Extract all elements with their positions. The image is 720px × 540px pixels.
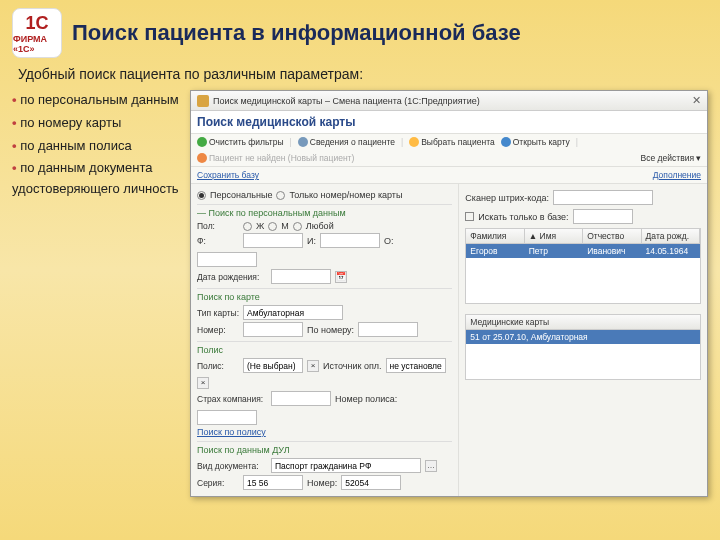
search-by-policy-link[interactable]: Поиск по полису <box>197 427 266 437</box>
by-number-input[interactable] <box>358 322 418 337</box>
dob-label: Дата рождения: <box>197 272 267 282</box>
calendar-icon[interactable]: 📅 <box>335 271 347 283</box>
card-num-label: Номер: <box>197 325 239 335</box>
lastname-label: Ф: <box>197 236 239 246</box>
only-db-label: Искать только в базе: <box>478 212 568 222</box>
clear-filters-button[interactable]: Очистить фильтры <box>197 137 284 147</box>
sex-label: Пол: <box>197 221 239 231</box>
slide-title: Поиск пациента в информационной базе <box>72 20 521 46</box>
section-personal: — Поиск по персональным данным <box>197 204 452 218</box>
card-type-label: Тип карты: <box>197 308 239 318</box>
col-lastname[interactable]: Фамилия <box>466 229 524 243</box>
card-icon <box>501 137 511 147</box>
page-heading: Поиск медицинской карты <box>191 111 707 134</box>
section-policy-title: Полис <box>197 341 452 355</box>
policy-label: Полис: <box>197 361 239 371</box>
app-icon <box>197 95 209 107</box>
open-card-button[interactable]: Открыть карту <box>501 137 570 147</box>
refresh-icon <box>298 137 308 147</box>
cards-list[interactable]: 51 от 25.07.10, Амбулаторная <box>465 330 701 380</box>
tab-personal-label: Персональные <box>210 190 272 200</box>
policy-num-input[interactable] <box>197 410 257 425</box>
bullet-item: по данным документа удостоверяющего личн… <box>12 158 182 200</box>
doc-kind-label: Вид документа: <box>197 461 267 471</box>
tab-card-radio[interactable] <box>276 191 285 200</box>
toolbar: Очистить фильтры | Сведения о пациенте |… <box>191 134 707 167</box>
col-dob[interactable]: Дата рожд. <box>642 229 700 243</box>
all-actions-button[interactable]: Все действия ▾ <box>641 153 701 163</box>
sex-any-radio[interactable] <box>293 222 302 231</box>
tab-card-label: Только номер/номер карты <box>289 190 402 200</box>
card-row[interactable]: 51 от 25.07.10, Амбулаторная <box>466 330 700 344</box>
clear-pay-icon[interactable]: × <box>197 377 209 389</box>
bullet-item: по данным полиса <box>12 136 182 157</box>
bullet-item: по номеру карты <box>12 113 182 134</box>
slide-subtitle: Удобный поиск пациента по различным пара… <box>18 66 708 82</box>
doc-kind-input[interactable] <box>271 458 421 473</box>
scan-label: Сканер штрих-кода: <box>465 193 549 203</box>
sex-f-radio[interactable] <box>243 222 252 231</box>
only-db-input[interactable] <box>573 209 633 224</box>
more-link[interactable]: Дополнение <box>653 170 701 180</box>
logo-1c: 1С ФИРМА «1С» <box>12 8 62 58</box>
results-header: Фамилия ▲ Имя Отчество Дата рожд. <box>465 228 701 244</box>
refresh-button[interactable]: Сведения о пациенте <box>298 137 395 147</box>
window-title: Поиск медицинской карты – Смена пациента… <box>213 96 480 106</box>
doc-num-label: Номер: <box>307 478 337 488</box>
insurance-label: Страх компания: <box>197 394 267 404</box>
col-middlename[interactable]: Отчество <box>583 229 641 243</box>
firstname-label: И: <box>307 236 316 246</box>
bullet-list: по персональным данным по номеру карты п… <box>12 90 182 497</box>
titlebar: Поиск медицинской карты – Смена пациента… <box>191 91 707 111</box>
doc-kind-lookup-icon[interactable]: … <box>425 460 437 472</box>
results-row[interactable]: Егоров Петр Иванович 14.05.1964 <box>466 244 700 258</box>
firstname-input[interactable] <box>320 233 380 248</box>
not-found-button[interactable]: Пациент не найден (Новый пациент) <box>197 153 354 163</box>
close-icon[interactable]: ✕ <box>692 94 701 107</box>
pay-source-input[interactable] <box>386 358 446 373</box>
policy-num-label: Номер полиса: <box>335 394 397 404</box>
section-card-title: Поиск по карте <box>197 288 452 302</box>
pay-source-label: Источник опл. <box>323 361 382 371</box>
cards-header: Медицинские карты <box>465 314 701 330</box>
scan-input[interactable] <box>553 190 653 205</box>
section-dul-title: Поиск по данным ДУЛ <box>197 441 452 455</box>
app-window: Поиск медицинской карты – Смена пациента… <box>190 90 708 497</box>
doc-series-label: Серия: <box>197 478 239 488</box>
clear-policy-icon[interactable]: × <box>307 360 319 372</box>
dob-input[interactable] <box>271 269 331 284</box>
results-table[interactable]: Егоров Петр Иванович 14.05.1964 <box>465 244 701 304</box>
bullet-item: по персональным данным <box>12 90 182 111</box>
doc-num-input[interactable] <box>341 475 401 490</box>
by-number-label: По номеру: <box>307 325 354 335</box>
only-db-checkbox[interactable] <box>465 212 474 221</box>
select-patient-button[interactable]: Выбрать пациента <box>409 137 495 147</box>
col-firstname[interactable]: ▲ Имя <box>525 229 583 243</box>
doc-series-input[interactable] <box>243 475 303 490</box>
tab-personal-radio[interactable] <box>197 191 206 200</box>
clear-icon <box>197 137 207 147</box>
new-patient-icon <box>197 153 207 163</box>
middlename-input[interactable] <box>197 252 257 267</box>
middlename-label: О: <box>384 236 394 246</box>
card-type-input[interactable] <box>243 305 343 320</box>
lastname-input[interactable] <box>243 233 303 248</box>
insurance-input[interactable] <box>271 391 331 406</box>
save-db-link[interactable]: Сохранить базу <box>197 170 259 180</box>
patient-icon <box>409 137 419 147</box>
card-num-input[interactable] <box>243 322 303 337</box>
policy-input[interactable] <box>243 358 303 373</box>
sex-m-radio[interactable] <box>268 222 277 231</box>
